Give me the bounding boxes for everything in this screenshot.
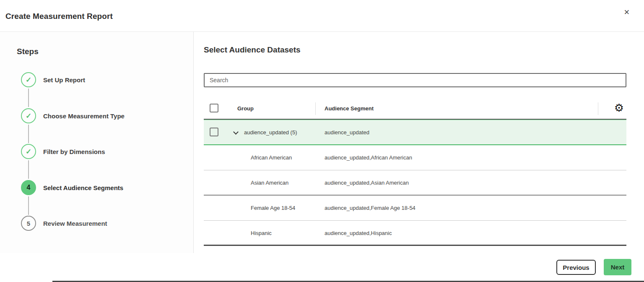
steps-heading: Steps <box>17 47 39 56</box>
step-review-measurement[interactable]: 5 Review Measurement <box>21 216 107 231</box>
column-separator <box>315 102 316 115</box>
next-button[interactable]: Next <box>604 259 631 275</box>
modal-title: Create Measurement Report <box>5 12 113 21</box>
cell-group-name: African American <box>251 154 292 161</box>
step-label: Choose Measurement Type <box>43 112 125 120</box>
modal-header: Create Measurement Report ✕ <box>0 0 644 32</box>
step-complete-check-icon: ✓ <box>21 144 36 159</box>
table-row[interactable]: African American audience_updated,Africa… <box>204 145 626 170</box>
step-current-number: 4 <box>21 180 36 195</box>
step-filter-by-dimensions[interactable]: ✓ Filter by Dimensions <box>21 144 105 159</box>
table-row[interactable]: Asian American audience_updated,Asian Am… <box>204 170 626 196</box>
previous-button[interactable]: Previous <box>556 260 596 275</box>
close-icon[interactable]: ✕ <box>624 9 630 16</box>
search-input[interactable] <box>204 73 626 87</box>
cell-group-name: Female Age 18-54 <box>251 205 295 211</box>
chevron-down-icon[interactable] <box>233 129 239 135</box>
step-complete-check-icon: ✓ <box>21 72 36 87</box>
column-header-group: Group <box>237 105 254 112</box>
step-label: Set Up Report <box>43 76 85 84</box>
cell-segment-name: audience_updated,Female Age 18-54 <box>325 205 415 211</box>
step-upcoming-number: 5 <box>21 216 36 231</box>
row-checkbox[interactable] <box>210 128 218 136</box>
gear-icon[interactable]: ⚙ <box>614 101 624 115</box>
step-complete-check-icon: ✓ <box>21 108 36 123</box>
table-header: Group Audience Segment ⚙ <box>204 98 626 120</box>
step-connector <box>28 125 29 143</box>
page-title: Select Audience Datasets <box>204 45 301 55</box>
step-connector <box>28 160 29 179</box>
cell-segment-name: audience_updated,Hispanic <box>325 230 392 236</box>
cell-segment-name: audience_updated,Asian American <box>325 180 409 186</box>
create-measurement-report-modal: Create Measurement Report ✕ Steps ✓ Set … <box>0 0 644 282</box>
step-connector <box>28 196 29 215</box>
table-body: audience_updated (5) audience_updated Af… <box>204 120 626 246</box>
select-all-checkbox[interactable] <box>210 104 218 112</box>
cell-group-name: Hispanic <box>251 230 272 236</box>
column-header-audience-segment: Audience Segment <box>325 105 374 112</box>
table-row[interactable]: Hispanic audience_updated,Hispanic <box>204 221 626 246</box>
step-choose-measurement-type[interactable]: ✓ Choose Measurement Type <box>21 108 125 123</box>
table-row-group-selected[interactable]: audience_updated (5) audience_updated <box>204 120 626 145</box>
step-label: Review Measurement <box>43 220 107 227</box>
column-separator <box>598 102 598 115</box>
cell-segment-name: audience_updated,African American <box>325 154 412 161</box>
step-label: Select Audience Segments <box>43 184 123 191</box>
steps-panel: Steps ✓ Set Up Report ✓ Choose Measureme… <box>0 32 194 253</box>
cell-group-name: audience_updated (5) <box>244 129 297 136</box>
step-select-audience-segments[interactable]: 4 Select Audience Segments <box>21 180 123 195</box>
step-connector <box>28 89 29 107</box>
step-label: Filter by Dimensions <box>43 148 105 155</box>
step-set-up-report[interactable]: ✓ Set Up Report <box>21 72 85 87</box>
cell-group-name: Asian American <box>251 180 288 186</box>
table-row[interactable]: Female Age 18-54 audience_updated,Female… <box>204 196 626 221</box>
cell-segment-name: audience_updated <box>325 129 369 136</box>
